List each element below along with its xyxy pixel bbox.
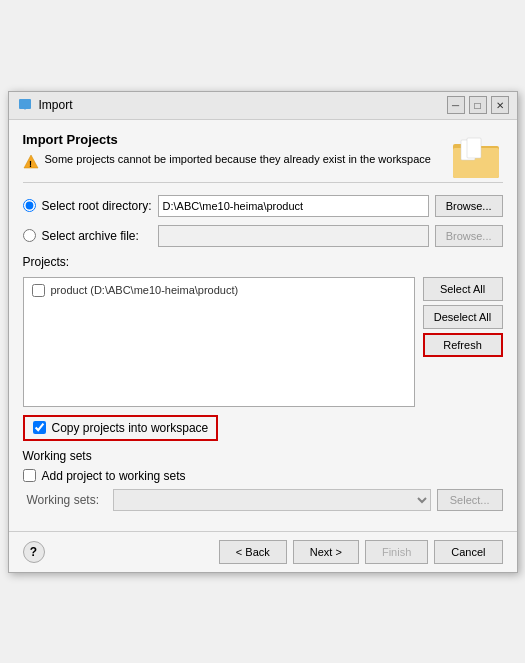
next-button[interactable]: Next >	[293, 540, 359, 564]
working-sets-section: Working sets Add project to working sets…	[23, 449, 503, 511]
working-sets-label: Working sets:	[27, 493, 107, 507]
archive-file-row: Select archive file: Browse...	[23, 225, 503, 247]
maximize-button[interactable]: □	[469, 96, 487, 114]
select-all-button[interactable]: Select All	[423, 277, 503, 301]
copy-projects-checkbox[interactable]	[33, 421, 46, 434]
help-button[interactable]: ?	[23, 541, 45, 563]
header-section: Import Projects ! Some projects cannot b…	[23, 132, 503, 170]
projects-label: Projects:	[23, 255, 503, 269]
svg-rect-6	[467, 138, 481, 158]
copy-projects-label: Copy projects into workspace	[52, 421, 209, 435]
working-sets-dropdown[interactable]	[113, 489, 431, 511]
back-button[interactable]: < Back	[219, 540, 287, 564]
project-checkbox[interactable]	[32, 284, 45, 297]
finish-button[interactable]: Finish	[365, 540, 428, 564]
dialog-content: Import Projects ! Some projects cannot b…	[9, 120, 517, 531]
footer-left: ?	[23, 541, 45, 563]
minimize-button[interactable]: ─	[447, 96, 465, 114]
archive-file-label: Select archive file:	[42, 229, 152, 243]
projects-area: product (D:\ABC\me10-heima\product) Sele…	[23, 277, 503, 407]
dialog: Import ─ □ ✕ Import Proje	[8, 91, 518, 573]
projects-list: product (D:\ABC\me10-heima\product)	[23, 277, 415, 407]
folder-icon	[451, 132, 503, 182]
top-section: Import Projects ! Some projects cannot b…	[23, 132, 503, 170]
close-button[interactable]: ✕	[491, 96, 509, 114]
footer-right: < Back Next > Finish Cancel	[219, 540, 503, 564]
working-sets-select-row: Working sets: Select...	[23, 489, 503, 511]
root-directory-input[interactable]: D:\ABC\me10-heima\product	[158, 195, 429, 217]
root-directory-row: Select root directory: D:\ABC\me10-heima…	[23, 195, 503, 217]
root-browse-button[interactable]: Browse...	[435, 195, 503, 217]
title-bar-left: Import	[17, 97, 73, 113]
refresh-button[interactable]: Refresh	[423, 333, 503, 357]
footer: ? < Back Next > Finish Cancel	[9, 531, 517, 572]
working-sets-title: Working sets	[23, 449, 503, 463]
title-bar-controls: ─ □ ✕	[447, 96, 509, 114]
cancel-button[interactable]: Cancel	[434, 540, 502, 564]
list-item: product (D:\ABC\me10-heima\product)	[28, 282, 410, 299]
archive-file-radio[interactable]	[23, 229, 36, 242]
warning-text: Some projects cannot be imported because…	[45, 153, 431, 165]
root-directory-label: Select root directory:	[42, 199, 152, 213]
dialog-icon	[17, 97, 33, 113]
project-label: product (D:\ABC\me10-heima\product)	[51, 284, 239, 296]
archive-browse-button[interactable]: Browse...	[435, 225, 503, 247]
title-bar: Import ─ □ ✕	[9, 92, 517, 120]
archive-file-input[interactable]	[158, 225, 429, 247]
warning-icon: !	[23, 154, 39, 170]
add-to-working-sets-checkbox[interactable]	[23, 469, 36, 482]
svg-text:!: !	[29, 158, 32, 168]
window-title: Import	[39, 98, 73, 112]
copy-projects-row: Copy projects into workspace	[23, 415, 219, 441]
working-sets-select-button[interactable]: Select...	[437, 489, 503, 511]
warning-box: ! Some projects cannot be imported becau…	[23, 153, 443, 170]
separator-1	[23, 182, 503, 183]
add-to-working-sets-row: Add project to working sets	[23, 469, 503, 483]
folder-illustration	[451, 132, 503, 185]
dialog-title: Import Projects	[23, 132, 443, 147]
root-directory-radio[interactable]	[23, 199, 36, 212]
add-to-working-sets-label: Add project to working sets	[42, 469, 186, 483]
projects-buttons: Select All Deselect All Refresh	[423, 277, 503, 407]
deselect-all-button[interactable]: Deselect All	[423, 305, 503, 329]
